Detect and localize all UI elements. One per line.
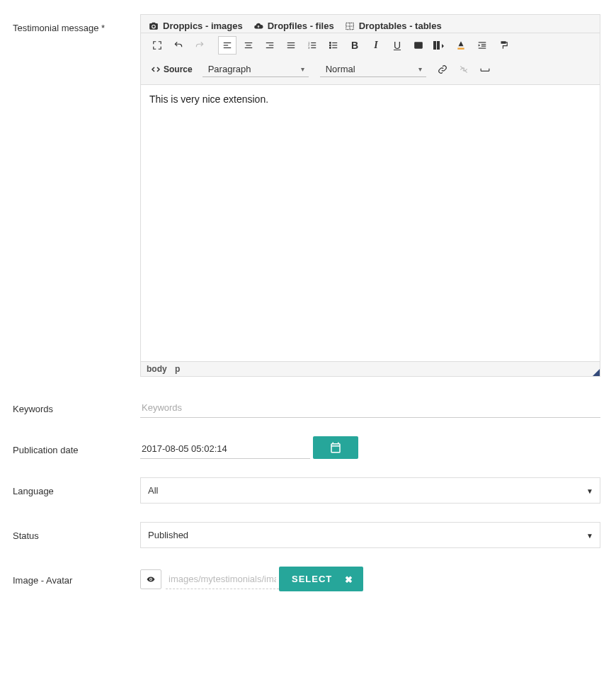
publication-date-input[interactable] — [140, 436, 310, 459]
preview-button[interactable] — [140, 569, 161, 589]
keywords-input[interactable] — [140, 395, 600, 418]
media-icon[interactable] — [409, 36, 428, 55]
undo-icon[interactable] — [169, 36, 188, 55]
label-testimonial-message: Testimonial message * — [13, 14, 140, 377]
code-icon — [151, 65, 161, 74]
align-justify-icon[interactable] — [282, 36, 300, 55]
svg-point-25 — [329, 45, 331, 46]
align-right-icon[interactable] — [261, 36, 279, 55]
editor-plugins-row: Droppics - images Dropfiles - files Drop… — [141, 15, 600, 33]
label-status: Status — [13, 522, 140, 548]
image-path-input[interactable] — [166, 569, 279, 589]
language-select[interactable]: All — [140, 477, 600, 504]
style-dropdown[interactable]: Normal ▾ — [320, 62, 426, 77]
label-publication-date: Publication date — [13, 436, 140, 459]
redo-icon[interactable] — [190, 36, 209, 55]
svg-rect-28 — [437, 41, 440, 50]
columns-icon[interactable] — [430, 36, 449, 55]
select-image-button[interactable]: SELECT ✖ — [279, 567, 363, 591]
svg-rect-27 — [433, 41, 436, 50]
dropfiles-button[interactable]: Dropfiles - files — [253, 21, 334, 31]
link-icon[interactable] — [433, 60, 452, 79]
label-language: Language — [13, 477, 140, 504]
camera-icon — [148, 21, 159, 31]
calendar-icon — [329, 441, 342, 454]
label-keywords: Keywords — [13, 395, 140, 418]
svg-point-24 — [329, 42, 331, 44]
droppics-button[interactable]: Droppics - images — [148, 21, 243, 31]
align-center-icon[interactable] — [239, 36, 258, 55]
align-left-icon[interactable] — [218, 36, 236, 55]
calendar-button[interactable] — [313, 436, 358, 459]
droptables-label: Droptables - tables — [359, 21, 442, 31]
path-body[interactable]: body — [147, 364, 167, 374]
chevron-down-icon: ▾ — [301, 65, 304, 73]
svg-text:3: 3 — [308, 47, 309, 50]
italic-icon[interactable]: I — [367, 36, 385, 55]
unlink-icon[interactable] — [455, 60, 473, 79]
style-value: Normal — [326, 64, 355, 74]
table-dotted-icon — [344, 21, 355, 31]
svg-rect-29 — [457, 48, 464, 50]
ordered-list-icon[interactable]: 123 — [303, 36, 321, 55]
path-p[interactable]: p — [175, 364, 180, 374]
rich-text-editor: Droppics - images Dropfiles - files Drop… — [140, 14, 600, 377]
status-select[interactable]: Published — [140, 522, 600, 548]
cloud-upload-icon — [253, 21, 264, 31]
dropfiles-label: Dropfiles - files — [268, 21, 334, 31]
clear-image-icon[interactable]: ✖ — [345, 574, 353, 584]
unordered-list-icon[interactable] — [324, 36, 343, 55]
svg-point-26 — [329, 47, 331, 49]
resize-handle-icon[interactable] — [593, 369, 600, 376]
format-paint-icon[interactable] — [494, 36, 513, 55]
editor-content-area[interactable]: This is very nice extension. — [141, 85, 600, 361]
eye-icon — [145, 575, 156, 584]
droppics-label: Droppics - images — [163, 21, 243, 31]
fullscreen-icon[interactable] — [148, 36, 166, 55]
paragraph-format-dropdown[interactable]: Paragraph ▾ — [203, 62, 309, 77]
chevron-down-icon: ▾ — [418, 65, 422, 73]
paragraph-format-value: Paragraph — [208, 64, 251, 74]
editor-format-row: 123 B I U — [141, 33, 600, 57]
source-label: Source — [164, 64, 193, 74]
source-button[interactable]: Source — [148, 62, 195, 76]
spacer-icon[interactable] — [476, 60, 494, 79]
bold-icon[interactable]: B — [346, 36, 364, 55]
underline-icon[interactable]: U — [388, 36, 406, 55]
text-color-icon[interactable] — [452, 36, 470, 55]
editor-footer: body p — [141, 361, 600, 376]
indent-icon[interactable] — [473, 36, 491, 55]
droptables-button[interactable]: Droptables - tables — [344, 21, 442, 31]
label-image-avatar: Image - Avatar — [13, 567, 140, 591]
editor-source-row: Source Paragraph ▾ Normal ▾ — [141, 57, 600, 85]
select-image-label: SELECT — [292, 574, 332, 584]
